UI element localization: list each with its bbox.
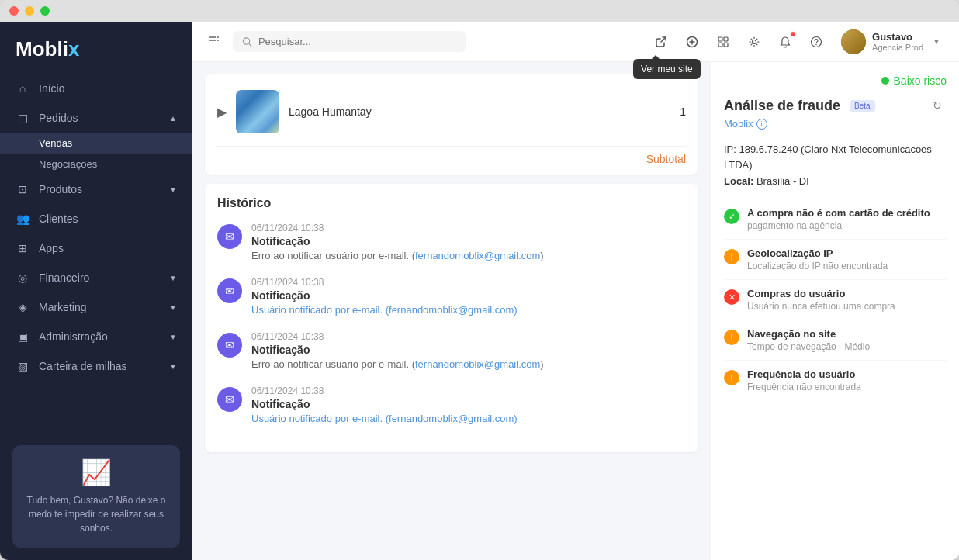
sidebar-item-carteira[interactable]: ▨ Carteira de milhas ▼ (0, 351, 192, 381)
sidebar-item-negociacoes[interactable]: Negociações (0, 154, 192, 175)
sidebar-item-apps[interactable]: ⊞ Apps (0, 233, 192, 263)
hist-date: 06/11/2024 10:38 (251, 385, 686, 396)
hist-type: Notificação (251, 235, 686, 247)
svg-point-15 (812, 36, 822, 47)
check-title: Navegação no site (747, 328, 947, 340)
check-item: ✕ Compras do usuário Usuário nunca efetu… (724, 280, 947, 320)
check-body: Compras do usuário Usuário nunca efetuou… (747, 288, 947, 312)
check-body: Navegação no site Tempo de navegação - M… (747, 328, 947, 352)
local-label: Local: (724, 175, 753, 187)
refresh-button[interactable]: ↻ (928, 96, 947, 115)
add-button[interactable] (680, 29, 705, 54)
minimize-button[interactable] (25, 6, 34, 16)
sidebar-item-clientes[interactable]: 👥 Clientes (0, 204, 192, 233)
hist-date: 06/11/2024 10:38 (251, 277, 686, 288)
sidebar-item-inicio[interactable]: ⌂ Início (0, 74, 192, 103)
check-error-icon: ✕ (724, 289, 739, 305)
sidebar-item-financeiro[interactable]: ◎ Financeiro ▼ (0, 263, 192, 292)
external-link-button[interactable] (649, 29, 673, 54)
user-name: Gustavo (872, 31, 923, 43)
risk-badge: Baixo risco (724, 74, 947, 87)
logo: Moblix (0, 22, 192, 74)
list-item: ✉ 06/11/2024 10:38 Notificação Erro ao n… (217, 331, 686, 370)
promo-box: 📈 Tudo bem, Gustavo? Não deixe o medo te… (12, 445, 180, 548)
chevron-down-icon: ▼ (169, 303, 177, 312)
admin-icon: ▣ (16, 330, 29, 344)
product-image (236, 90, 279, 133)
user-menu[interactable]: Gustavo Agencia Prod ▼ (835, 26, 947, 57)
sidebar-item-marketing[interactable]: ◈ Marketing ▼ (0, 292, 192, 322)
check-desc: Tempo de navegação - Médio (747, 341, 947, 352)
sidebar-item-pedidos[interactable]: ◫ Pedidos ▲ (0, 103, 192, 133)
sidebar-item-administracao[interactable]: ▣ Administração ▼ (0, 322, 192, 351)
local-value: Brasília - DF (756, 175, 812, 187)
grid-icon: ⊞ (16, 241, 29, 255)
fraud-header: Análise de fraude Beta ↻ (724, 96, 947, 115)
svg-rect-13 (724, 43, 728, 47)
settings-button[interactable] (742, 29, 767, 54)
search-icon (242, 36, 252, 47)
chevron-down-icon: ▼ (169, 274, 177, 282)
finance-icon: ◎ (16, 271, 29, 285)
expand-button[interactable]: ▶ (217, 105, 227, 119)
check-warn-icon: ! (724, 249, 739, 264)
help-button[interactable] (804, 29, 829, 54)
list-item: ✉ 06/11/2024 10:38 Notificação Usuário n… (217, 277, 686, 316)
sidebar-item-label: Pedidos (39, 112, 160, 124)
chevron-down-icon: ▼ (169, 362, 177, 371)
check-title: A compra não é com cartão de crédito (747, 207, 947, 219)
grid-view-button[interactable] (711, 29, 736, 54)
check-desc: Localização do IP não encontrada (747, 261, 947, 271)
beta-badge: Beta (850, 100, 875, 112)
check-body: Frequência do usuário Frequência não enc… (747, 368, 947, 392)
sidebar-item-label: Negociações (39, 158, 97, 170)
sidebar-item-vendas[interactable]: Vendas (0, 133, 192, 154)
list-item: ✉ 06/11/2024 10:38 Notificação Usuário n… (217, 385, 686, 424)
search-input[interactable] (258, 36, 456, 47)
sidebar-item-label: Produtos (39, 183, 160, 195)
notification-icon: ✉ (217, 333, 242, 358)
product-row: ▶ Lagoa Humantay 1 (217, 84, 686, 140)
historico-card: Histórico ✉ 06/11/2024 10:38 Notificação… (205, 184, 698, 452)
search-bar (233, 31, 466, 52)
sidebar-item-label: Administração (39, 330, 160, 343)
topbar-actions: Ver meu site (649, 26, 947, 57)
product-img-placeholder (236, 90, 279, 133)
hist-type: Notificação (251, 398, 686, 410)
hist-content: 06/11/2024 10:38 Notificação Usuário not… (251, 385, 686, 424)
fraud-local: Local: Brasília - DF (724, 175, 947, 187)
sidebar-item-label: Vendas (39, 137, 177, 149)
check-item: ! Geolocalização IP Localização do IP nã… (724, 240, 947, 280)
sidebar-item-label: Carteira de milhas (39, 360, 160, 372)
hist-content: 06/11/2024 10:38 Notificação Erro ao not… (251, 223, 686, 261)
sidebar-item-label: Clientes (39, 213, 177, 225)
notifications-button[interactable] (773, 29, 798, 54)
maximize-button[interactable] (40, 6, 50, 16)
check-title: Frequência do usuário (747, 368, 947, 380)
historico-title: Histórico (217, 196, 686, 210)
info-icon[interactable]: i (756, 119, 767, 130)
email-link[interactable]: fernandomoblix@gmail.com (389, 413, 514, 424)
sidebar-item-produtos[interactable]: ⊡ Produtos ▼ (0, 175, 192, 204)
check-title: Compras do usuário (747, 288, 947, 299)
sidebar-item-label: Início (39, 82, 177, 95)
sidebar-item-label: Apps (39, 242, 177, 254)
product-name: Lagoa Humantay (289, 105, 670, 118)
close-button[interactable] (9, 6, 19, 16)
check-warn-icon: ! (724, 330, 739, 345)
email-link[interactable]: fernandomoblix@gmail.com (389, 304, 514, 316)
user-details: Gustavo Agencia Prod (872, 31, 923, 52)
notification-badge (790, 31, 796, 37)
check-title: Geolocalização IP (747, 247, 947, 259)
check-ok-icon: ✓ (724, 209, 739, 224)
chevron-down-icon: ▼ (169, 185, 177, 194)
content-area: ▶ Lagoa Humantay 1 Subtotal (192, 62, 959, 560)
main-area: Ver meu site (192, 22, 959, 560)
email-link[interactable]: fernandomoblix@gmail.com (415, 250, 540, 261)
subtotal-button[interactable]: Subtotal (646, 153, 686, 165)
fraud-title-group: Análise de fraude Beta (724, 98, 875, 114)
collapse-button[interactable] (205, 31, 223, 53)
svg-rect-12 (718, 43, 722, 47)
email-link[interactable]: fernandomoblix@gmail.com (415, 358, 540, 370)
hist-type: Notificação (251, 289, 686, 302)
